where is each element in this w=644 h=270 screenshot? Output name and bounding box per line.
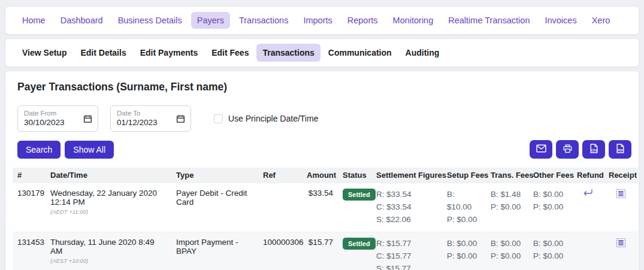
cell-receipt	[604, 183, 638, 232]
cell-settlement-figures: R: $33.54 C: $33.54 S: $22.06	[371, 183, 442, 232]
nav-item-dashboard[interactable]: Dashboard	[55, 12, 109, 29]
payer-transactions-panel: Payer Transactions (Surname, First name)…	[5, 71, 639, 270]
cell-status: Settled	[338, 232, 371, 270]
calendar-icon[interactable]	[176, 114, 185, 123]
cell-type: Import Payment - BPAY	[171, 232, 258, 270]
col-header-receipt: Receipt	[604, 168, 638, 183]
settlement-line: C: $33.54	[376, 201, 437, 214]
email-button[interactable]	[530, 140, 552, 159]
col-header-trans-fees: Trans. Fees	[486, 168, 528, 183]
refund-icon[interactable]	[582, 189, 594, 199]
col-header-setup-fees: Setup Fees	[442, 168, 486, 183]
timezone-text: (AEST +10:00)	[50, 257, 167, 264]
date-to-value[interactable]: 01/12/2023	[117, 118, 158, 128]
nav-item-reports[interactable]: Reports	[341, 12, 384, 29]
fee-line: B: $0.00	[533, 238, 567, 250]
col-header-status: Status	[338, 168, 371, 183]
timezone-text: (AEDT +11:00)	[50, 208, 167, 215]
subnav-item-communication[interactable]: Communication	[322, 44, 398, 62]
subnav-item-edit-payments[interactable]: Edit Payments	[134, 44, 204, 62]
cell-transaction-id: 130179	[13, 183, 46, 232]
subnav-item-edit-fees[interactable]: Edit Fees	[205, 44, 255, 62]
datetime-text: Thursday, 11 June 2020 8:49 AM	[50, 238, 167, 256]
transactions-table: # Date/Time Type Ref Amount Status Settl…	[13, 168, 638, 270]
receipt-icon[interactable]	[616, 189, 626, 201]
cell-amount: $33.54	[302, 183, 338, 232]
actions-row: Search Show All CSV PDF	[17, 140, 631, 159]
settlement-line: S: $22.06	[376, 214, 437, 226]
cell-amount: $15.77	[302, 232, 338, 270]
nav-item-imports[interactable]: Imports	[297, 12, 338, 29]
col-header-amount: Amount	[302, 168, 338, 183]
col-header-type: Type	[171, 168, 258, 183]
fee-line: B: $10.00	[447, 189, 481, 214]
export-csv-button[interactable]: CSV	[582, 140, 605, 159]
cell-refund	[572, 232, 604, 270]
fee-line: P: $0.00	[491, 250, 524, 263]
settlement-line: S: $15.77	[376, 263, 437, 270]
fee-line: P: $0.00	[447, 250, 481, 263]
cell-other-fees: B: $0.00 P: $0.00	[528, 232, 572, 270]
date-from-value[interactable]: 30/10/2023	[24, 118, 65, 128]
nav-item-invoices[interactable]: Invoices	[539, 12, 582, 29]
fee-line: P: $0.00	[447, 214, 481, 226]
calendar-icon[interactable]	[83, 114, 92, 123]
cell-refund	[572, 183, 604, 232]
search-button[interactable]: Search	[17, 141, 61, 159]
nav-item-home[interactable]: Home	[16, 12, 52, 29]
fee-line: B: $1.48	[491, 189, 524, 201]
date-from-input[interactable]: Date From 30/10/2023	[17, 105, 98, 132]
use-principle-datetime-checkbox[interactable]	[214, 114, 223, 123]
col-header-id: #	[13, 168, 46, 183]
cell-settlement-figures: R: $15.77 C: $15.77 S: $15.77	[371, 232, 442, 270]
fee-line: B: $0.00	[491, 238, 524, 250]
show-all-button[interactable]: Show All	[65, 141, 114, 159]
col-header-ref: Ref	[258, 168, 302, 183]
email-icon	[536, 144, 546, 154]
table-header: # Date/Time Type Ref Amount Status Settl…	[13, 168, 638, 183]
date-to-input[interactable]: Date To 01/12/2023	[110, 105, 191, 132]
use-principle-datetime-group: Use Principle Date/Time	[214, 114, 318, 123]
svg-text:CSV: CSV	[591, 149, 597, 152]
nav-item-xero[interactable]: Xero	[586, 12, 616, 29]
cell-trans-fees: B: $1.48 P: $0.00	[486, 183, 528, 232]
cell-setup-fees: B: $10.00 P: $0.00	[442, 183, 486, 232]
print-icon	[563, 144, 572, 155]
datetime-text: Wednesday, 22 January 2020 12:14 PM	[50, 189, 167, 207]
subnav-item-view-setup[interactable]: View Setup	[16, 44, 72, 62]
subnav-item-transactions[interactable]: Transactions	[256, 44, 320, 62]
col-header-other-fees: Other Fees	[528, 168, 572, 183]
subnav-item-edit-details[interactable]: Edit Details	[74, 44, 132, 62]
cell-type: Payer Debit - Credit Card	[171, 183, 258, 232]
cell-setup-fees: B: $0.00 P: $0.00	[442, 232, 486, 270]
file-csv-icon: CSV	[590, 144, 598, 155]
date-from-label: Date From	[24, 109, 65, 117]
export-pdf-button[interactable]: PDF	[609, 140, 631, 159]
cell-other-fees: B: $0.00 P: $0.00	[528, 183, 572, 232]
fee-line: B: $0.00	[447, 238, 481, 250]
payer-subnav: View Setup Edit Details Edit Payments Ed…	[5, 38, 639, 67]
cell-receipt	[604, 232, 638, 270]
col-header-refund: Refund	[572, 168, 604, 183]
file-pdf-icon: PDF	[616, 144, 624, 155]
receipt-icon[interactable]	[616, 238, 626, 250]
nav-item-payers[interactable]: Payers	[191, 12, 230, 29]
cell-ref: 100000306	[258, 232, 302, 270]
table-row: 130179 Wednesday, 22 January 2020 12:14 …	[13, 183, 638, 232]
fee-line: B: $0.00	[533, 189, 567, 201]
cell-ref	[258, 183, 302, 232]
subnav-item-auditing[interactable]: Auditing	[400, 44, 446, 62]
filter-row: Date From 30/10/2023 Date To 01/12/2023 …	[17, 105, 631, 132]
settlement-line: C: $15.77	[376, 250, 437, 263]
nav-item-realtime-transaction[interactable]: Realtime Transaction	[442, 12, 536, 29]
nav-item-monitoring[interactable]: Monitoring	[387, 12, 440, 29]
print-button[interactable]	[556, 140, 579, 159]
nav-item-business-details[interactable]: Business Details	[112, 12, 188, 29]
svg-text:PDF: PDF	[618, 149, 623, 152]
settlement-line: R: $15.77	[376, 238, 437, 250]
fee-line: P: $0.00	[533, 250, 567, 263]
cell-datetime: Thursday, 11 June 2020 8:49 AM (AEST +10…	[46, 232, 171, 270]
nav-item-transactions[interactable]: Transactions	[233, 12, 294, 29]
primary-nav: Home Dashboard Business Details Payers T…	[5, 6, 639, 35]
col-header-settlement-figures: Settlement Figures	[371, 168, 442, 183]
